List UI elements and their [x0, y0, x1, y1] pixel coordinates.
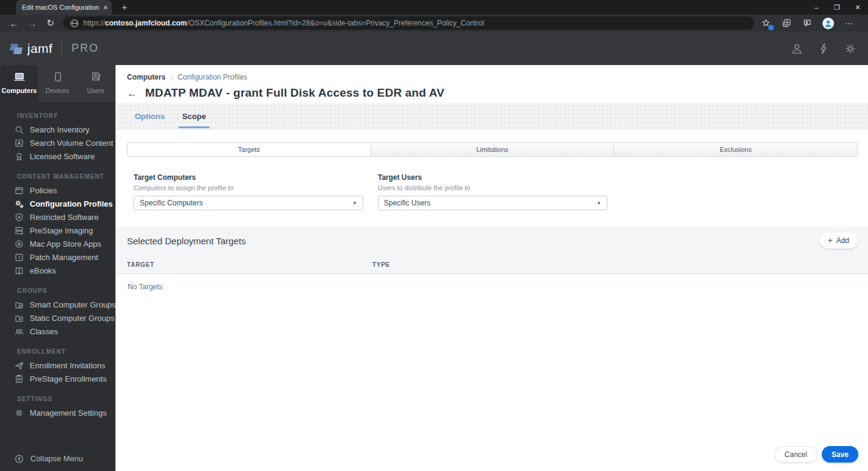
app-box-icon: [14, 138, 24, 148]
brand-divider: [61, 41, 62, 57]
back-arrow-icon[interactable]: ←: [127, 88, 137, 98]
feedback-icon[interactable]: [802, 18, 813, 29]
gear-icon: [14, 408, 24, 418]
brand-suffix: PRO: [72, 42, 99, 55]
sidebar-item-static-computer-groups[interactable]: Static Computer Groups: [0, 311, 115, 325]
laptop-icon: [12, 70, 27, 84]
target-users-value: Specific Users: [384, 199, 431, 207]
sidebar-item-smart-computer-groups[interactable]: Smart Computer Groups: [0, 298, 115, 311]
segment-limitations[interactable]: Limitations: [371, 143, 614, 156]
window-controls: – ❐ ✕: [806, 0, 868, 15]
page-title: MDATP MDAV - grant Full Disk Access to E…: [145, 86, 445, 100]
address-bar[interactable]: https://contoso.jamfcloud.com/OSXConfigu…: [63, 16, 754, 30]
cancel-button[interactable]: Cancel: [774, 446, 818, 462]
section-header-content-management: CONTENT MANAGEMENT: [0, 163, 115, 184]
window-icon: [14, 185, 24, 196]
header-action-icons: [790, 32, 857, 65]
notifications-bolt-icon[interactable]: [817, 42, 830, 55]
segment-targets[interactable]: Targets: [128, 143, 371, 156]
sidebar-item-management-settings[interactable]: Management Settings: [0, 406, 115, 419]
context-tab-users[interactable]: Users: [77, 65, 115, 102]
browser-tab[interactable]: Edit macOS Configuration Profile ✕: [16, 0, 112, 15]
target-computers-value: Specific Computers: [140, 199, 203, 207]
breadcrumb-section[interactable]: Computers: [127, 73, 165, 81]
sidebar-item-policies[interactable]: Policies: [0, 184, 115, 197]
sidebar-item-restricted-software[interactable]: Restricted Software: [0, 210, 115, 224]
tab-close-icon[interactable]: ✕: [103, 4, 108, 11]
favorites-star-icon[interactable]: [760, 18, 771, 29]
account-icon[interactable]: [790, 42, 804, 55]
section-header-enrollment: ENROLLMENT: [0, 338, 115, 359]
sidebar-item-configuration-profiles[interactable]: Configuration Profiles: [0, 197, 115, 210]
settings-gear-icon[interactable]: [844, 42, 857, 55]
site-info-icon[interactable]: [70, 19, 78, 27]
breadcrumb-separator: :: [171, 73, 173, 81]
target-users-select[interactable]: Specific Users ▼: [378, 196, 607, 210]
scope-content: Targets Limitations Exclusions Target Co…: [116, 129, 868, 291]
tab-scope[interactable]: Scope: [182, 103, 206, 129]
browser-tab-title: Edit macOS Configuration Profile: [22, 4, 100, 11]
context-tab-label: Users: [87, 87, 104, 94]
profile-avatar[interactable]: [822, 18, 834, 29]
shield-x-icon: [14, 212, 24, 222]
brand-name: jamf: [27, 41, 53, 56]
target-computers-label: Target Computers: [134, 173, 363, 182]
target-computers-field: Target Computers Computers to assign the…: [134, 173, 363, 210]
jamf-logo-icon: [10, 43, 22, 55]
save-button[interactable]: Save: [822, 446, 858, 462]
browser-action-icons: ⋯: [760, 18, 853, 29]
sidebar-item-ebooks[interactable]: eBooks: [0, 264, 115, 277]
sidebar-item-patch-management[interactable]: Patch Management: [0, 250, 115, 264]
main-content: Computers : Configuration Profiles ← MDA…: [115, 65, 868, 471]
breadcrumb-page[interactable]: Configuration Profiles: [177, 73, 247, 81]
folder-plus-icon: [14, 313, 24, 323]
restore-button[interactable]: ❐: [827, 0, 847, 15]
minimize-button[interactable]: –: [806, 0, 827, 15]
add-button[interactable]: + Add: [819, 232, 858, 249]
app-store-icon: [14, 239, 24, 249]
back-icon[interactable]: ←: [5, 18, 23, 29]
plus-icon: +: [828, 236, 833, 245]
collapse-menu-button[interactable]: Collapse Menu: [0, 453, 115, 464]
sidebar-item-search-inventory[interactable]: Search Inventory: [0, 123, 115, 136]
column-header-type[interactable]: TYPE: [372, 261, 390, 268]
tab-options[interactable]: Options: [135, 103, 165, 129]
close-button[interactable]: ✕: [847, 0, 868, 15]
target-computers-select[interactable]: Specific Computers ▼: [134, 196, 363, 210]
sidebar-item-mac-app-store-apps[interactable]: Mac App Store Apps: [0, 237, 115, 250]
page-header: Computers : Configuration Profiles ← MDA…: [116, 65, 868, 103]
sidebar-item-prestage-enrollments[interactable]: PreStage Enrollments: [0, 372, 115, 385]
column-header-target[interactable]: TARGET: [127, 261, 372, 268]
user-card-icon: [89, 70, 103, 84]
context-tabs: Computers Devices Users: [0, 65, 115, 102]
forward-icon[interactable]: →: [23, 18, 41, 29]
target-users-field: Target Users Users to distribute the pro…: [378, 173, 607, 210]
scope-segmented-control: Targets Limitations Exclusions: [127, 142, 858, 157]
sidebar-item-licensed-software[interactable]: Licensed Software: [0, 150, 115, 163]
browser-menu-icon[interactable]: ⋯: [845, 19, 853, 28]
sidebar-item-enrollment-invitations[interactable]: Enrollment Invitations: [0, 359, 115, 372]
chevron-down-icon: ▼: [352, 201, 357, 206]
collections-icon[interactable]: [781, 18, 792, 29]
sidebar-item-classes[interactable]: Classes: [0, 325, 115, 338]
section-header-groups: GROUPS: [0, 277, 115, 298]
target-users-description: Users to distribute the profile to: [378, 184, 607, 191]
sidebar-item-prestage-imaging[interactable]: PreStage Imaging: [0, 224, 115, 237]
sidebar-item-search-volume-content[interactable]: Search Volume Content: [0, 136, 115, 150]
add-button-label: Add: [836, 236, 849, 245]
section-header-inventory: INVENTORY: [0, 102, 115, 123]
people-icon: [14, 326, 24, 337]
deployment-targets-band: Selected Deployment Targets + Add TARGET…: [116, 227, 868, 274]
reload-icon[interactable]: ↻: [41, 18, 60, 29]
award-icon: [14, 151, 24, 162]
new-tab-button[interactable]: +: [119, 2, 130, 13]
browser-toolbar: ← → ↻ https://contoso.jamfcloud.com/OSXC…: [0, 15, 868, 32]
jamf-header: jamf PRO: [0, 32, 868, 65]
empty-targets-text: No Targets: [127, 274, 858, 291]
context-tab-devices[interactable]: Devices: [38, 65, 77, 102]
context-tab-computers[interactable]: Computers: [0, 65, 38, 102]
jamf-logo: jamf PRO: [10, 41, 99, 57]
sidebar: Computers Devices Users INVENTORY Search…: [0, 65, 115, 471]
segment-exclusions[interactable]: Exclusions: [613, 143, 857, 156]
context-tab-label: Computers: [1, 87, 36, 94]
